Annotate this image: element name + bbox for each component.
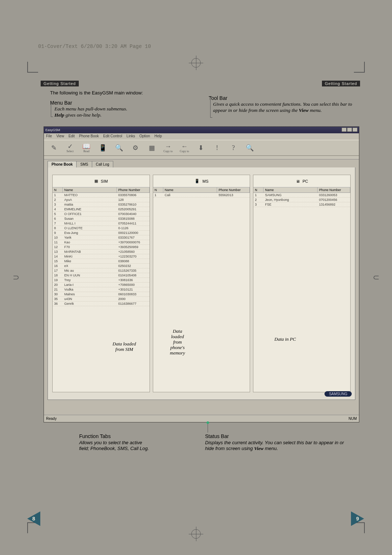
desc: Allows you to select the active field; P… <box>79 440 149 452</box>
table-row[interactable]: 13MARINTAB+21058560 <box>53 250 150 254</box>
toolbar-button[interactable]: ? <box>226 141 241 154</box>
toolbar-button[interactable]: ✓Select <box>62 141 78 154</box>
column-pc: 🖥PC N Name Phone Number 1SAMSUNG03312600… <box>253 175 351 392</box>
menu-item[interactable]: Edit <box>69 134 75 139</box>
toolbar-button[interactable]: ! <box>209 141 225 154</box>
column-title: PC <box>303 179 308 183</box>
table-row[interactable]: 2AyuA128 <box>53 198 150 202</box>
list-body[interactable]: 1SAMSUNG03312600532Jeon, Hyunbong0701200… <box>253 193 350 392</box>
intro-text: The following is the EasyGSM main window… <box>50 90 143 96</box>
toolbar-button[interactable]: 📱 <box>95 141 110 154</box>
col-name: Name <box>264 187 318 193</box>
table-row[interactable]: 9Eva-Jung00021120000 <box>53 231 150 235</box>
page-number-right: 9 <box>351 511 366 526</box>
column-title: SIM <box>101 179 108 183</box>
table-row[interactable]: 16eX0250232 <box>53 264 150 268</box>
status-num: NUM <box>348 417 357 421</box>
table-row[interactable]: 36Genrik0116386677 <box>53 301 150 306</box>
text-bold: View <box>299 108 309 113</box>
menu-item[interactable]: Edit Control <box>103 134 122 139</box>
menu-bar-desc: Each menu has pull-down submenus. Help g… <box>54 106 127 118</box>
callout-bracket <box>51 102 53 117</box>
table-row[interactable]: 1MATTEO0335570806 <box>53 193 150 198</box>
menu-item[interactable]: Help <box>154 134 162 139</box>
text-bold: Help <box>54 112 64 118</box>
function-tabs[interactable]: Phone Book SMS Call Log <box>44 159 359 167</box>
phone-icon: 📱 <box>195 179 200 183</box>
table-row[interactable]: 20Laria-I+70865000 <box>53 283 150 287</box>
status-bar-callout: Status Bar Displays the current activity… <box>205 433 350 452</box>
toolbar-button[interactable]: ✎ <box>46 141 61 154</box>
feed-arc-icon: ⊃ <box>13 273 19 282</box>
toolbar-button[interactable]: 🔍 <box>111 141 127 154</box>
desc: Displays the current activity. You can s… <box>205 440 350 452</box>
menubar[interactable]: FileViewEditPhone BookEdit ControlLinksO… <box>44 133 359 140</box>
table-row[interactable]: 3mattia0335278610 <box>53 202 150 207</box>
col-n: N <box>153 187 163 193</box>
column-sim: ▦SIM N Name Phone Number 1MATTEO03355708… <box>52 175 150 392</box>
table-row[interactable]: 18EN H UUN0104105408 <box>53 273 150 278</box>
toolbar-button[interactable]: 📖Read <box>79 141 94 154</box>
table-row[interactable]: 11Kao+39700000076 <box>53 240 150 245</box>
table-row[interactable]: 1Cali55562013 <box>153 193 250 198</box>
status-bar: Ready NUM <box>44 415 359 422</box>
menu-item[interactable]: File <box>46 134 52 139</box>
col-n: N <box>253 187 264 193</box>
list-body[interactable]: 1MATTEO03355708062AyuA1283mattia03352786… <box>53 193 150 392</box>
menu-item[interactable]: Option <box>139 134 150 139</box>
toolbar-button[interactable]: ⬇ <box>193 141 208 154</box>
tool-bar-desc: Gives a quick access to convenient funct… <box>213 101 358 114</box>
toolbar[interactable]: ✎✓Select📖Read📱🔍⚙▦→Copy to←Copy to⬇!?🔍 <box>44 140 359 156</box>
page-num: 8 <box>32 516 35 522</box>
heading: Status Bar <box>205 433 350 439</box>
app-window: EasyGSM FileViewEditPhone BookEdit Contr… <box>44 126 359 422</box>
callout-bracket <box>210 97 212 118</box>
text: Each menu has pull-down submenus. <box>54 106 127 112</box>
table-row[interactable]: 1SAMSUNG0331260053 <box>253 193 350 198</box>
menu-item[interactable]: View <box>56 134 64 139</box>
workspace: ▦SIM N Name Phone Number 1MATTEO03355708… <box>48 167 355 400</box>
table-row[interactable]: 4EMMELINE0252005291 <box>53 207 150 212</box>
text: gives on-line help. <box>64 112 102 118</box>
toolbar-button[interactable]: ▦ <box>144 141 159 154</box>
table-row[interactable]: 17Mic au0115267335 <box>53 268 150 273</box>
table-row[interactable]: 30Malnes0601030833 <box>53 292 150 297</box>
toolbar-button[interactable]: ←Copy to <box>177 141 192 154</box>
table-row[interactable]: 35u43N2000 <box>53 297 150 301</box>
function-tabs-callout: Function Tabs Allows you to select the a… <box>79 433 149 452</box>
table-row[interactable]: 10Yarik033301767 <box>53 235 150 240</box>
pc-icon: 🖥 <box>296 179 300 183</box>
table-row[interactable]: 8O LLENOTE0-1126 <box>53 226 150 231</box>
col-name: Name <box>63 187 117 193</box>
list-header: N Name Phone Number <box>253 187 350 193</box>
tab-sms[interactable]: SMS <box>76 161 92 167</box>
tab-phonebook[interactable]: Phone Book <box>48 161 77 167</box>
toolbar-button[interactable]: 🔍 <box>242 141 257 154</box>
toolbar-button[interactable]: ⚙ <box>128 141 143 154</box>
column-ms: 📱MS N Name Phone Number 1Cali55562013 <box>153 175 250 392</box>
table-row[interactable]: 5O OFFICE10700304040 <box>53 212 150 216</box>
table-row[interactable]: 14MinKi+122303270 <box>53 254 150 259</box>
table-row[interactable]: 3FSE131456892 <box>253 202 350 207</box>
table-row[interactable]: 19Trey+3081636 <box>53 278 150 283</box>
menu-item[interactable]: Phone Book <box>79 134 99 139</box>
menu-item[interactable]: Links <box>127 134 135 139</box>
callout-line <box>208 422 208 433</box>
table-row[interactable]: 15Mike038088 <box>53 259 150 264</box>
table-row[interactable]: 21Vodka+3010121 <box>53 287 150 292</box>
table-row[interactable]: 6Susan033815088 <box>53 216 150 221</box>
window-buttons[interactable] <box>341 127 358 133</box>
table-row[interactable]: 7MAILL I0705244411 <box>53 221 150 226</box>
table-row[interactable]: 2Jeon, Hyunbong0701200456 <box>253 198 350 202</box>
print-header: 01-Cover/Text 6/28/00 3:20 AM Page 10 <box>38 44 151 49</box>
tab-calllog[interactable]: Call Log <box>92 161 113 167</box>
window-title: EasyGSM <box>45 128 60 132</box>
text: menu. <box>309 108 322 113</box>
toolbar-button[interactable]: →Copy to <box>160 141 176 154</box>
caption-sim: Data loadedfrom SIM <box>113 341 136 352</box>
list-body[interactable]: 1Cali55562013 <box>153 193 250 392</box>
menu-bar-heading: Menu Bar <box>50 100 72 106</box>
feed-arc-icon: ⊂ <box>373 273 379 282</box>
progress-strip <box>44 156 359 159</box>
table-row[interactable]: 12F70+3935250959 <box>53 245 150 250</box>
